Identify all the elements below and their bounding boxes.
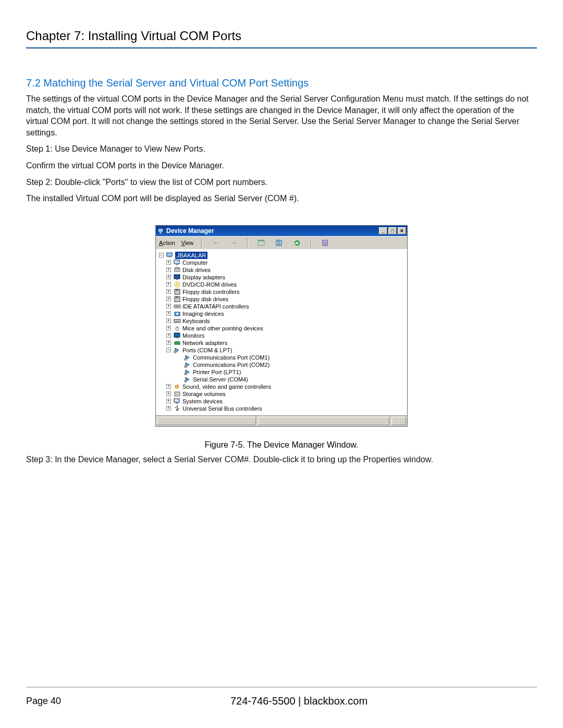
svg-rect-6 (167, 253, 172, 256)
svg-rect-7 (168, 257, 171, 258)
node-label: Keyboards (182, 317, 210, 325)
floppy-icon (174, 296, 181, 302)
tree-node[interactable]: +Sound, video and game controllers (157, 383, 406, 390)
page-number: Page 40 (26, 696, 61, 707)
close-button[interactable]: ✕ (398, 227, 406, 235)
expander-icon[interactable]: + (166, 318, 171, 323)
section-title: 7.2 Matching the Serial Server and Virtu… (26, 77, 537, 89)
expander-icon[interactable]: + (166, 304, 171, 309)
tree-node[interactable]: +Disk drives (157, 266, 406, 274)
port-icon (184, 369, 191, 375)
tree-node[interactable]: +Imaging devices (157, 310, 406, 317)
svg-rect-3 (258, 240, 264, 241)
expander-icon[interactable]: + (166, 311, 171, 316)
tree-node[interactable]: +Display adapters (157, 274, 406, 281)
maximize-button[interactable]: □ (388, 227, 397, 235)
tree-child-node[interactable]: Communications Port (COM2) (157, 361, 406, 368)
svg-rect-31 (185, 373, 187, 375)
monitor-icon (174, 332, 181, 339)
expander-icon[interactable]: + (166, 406, 171, 411)
node-label: Network adapters (182, 339, 227, 347)
node-label: Sound, video and game controllers (182, 383, 271, 390)
tree-node[interactable]: +Computer (157, 259, 406, 266)
display-icon (174, 274, 181, 280)
footer-rule (26, 687, 537, 687)
tree-node[interactable]: +Keyboards (157, 317, 406, 325)
expander-icon[interactable]: + (166, 384, 171, 389)
tree-node[interactable]: +IDE ATA/ATAPI controllers (157, 303, 406, 310)
system-icon (174, 398, 181, 404)
svg-rect-27 (175, 342, 180, 344)
tree-node[interactable]: +Network adapters (157, 339, 406, 347)
toolbar-scan-icon[interactable] (274, 238, 285, 248)
tree-node[interactable]: +Floppy disk drives (157, 295, 406, 303)
node-label: Display adapters (182, 274, 225, 281)
svg-rect-25 (174, 333, 180, 337)
expander-icon[interactable]: + (166, 399, 171, 403)
tree-node[interactable]: +Monitors (157, 332, 406, 339)
expander-icon[interactable]: + (166, 289, 171, 294)
storage-icon (174, 391, 181, 397)
expander-icon[interactable]: + (166, 326, 171, 330)
body-paragraph: The settings of the virtual COM ports in… (26, 93, 537, 138)
tree-node[interactable]: −Ports (COM & LPT) (157, 347, 406, 354)
window-titlebar: Device Manager _ □ ✕ (156, 226, 407, 236)
svg-rect-13 (176, 279, 178, 280)
port-icon (174, 347, 181, 353)
svg-rect-8 (174, 260, 179, 264)
chapter-title: Chapter 7: Installing Virtual COM Ports (26, 29, 537, 43)
port-icon (184, 376, 191, 382)
expander-icon[interactable]: − (166, 348, 171, 352)
root-label[interactable]: JBAKALAR (175, 252, 207, 259)
minimize-button[interactable]: _ (379, 227, 387, 235)
expander-icon[interactable]: + (166, 260, 171, 265)
device-tree[interactable]: − JBAKALAR +Computer+Disk drives+Display… (156, 249, 407, 415)
sound-icon (174, 384, 181, 390)
device-manager-window: Device Manager _ □ ✕ Action View ← → (155, 225, 408, 427)
footer-contact: 724-746-5500 | blackbox.com (61, 695, 537, 707)
expander-icon[interactable]: + (166, 297, 171, 301)
tree-node[interactable]: +Universal Serial Bus controllers (157, 405, 406, 412)
expander-icon[interactable]: + (166, 333, 171, 338)
port-icon (184, 362, 191, 368)
keyboard-icon (174, 318, 181, 324)
toolbar-uninstall-icon[interactable] (320, 238, 331, 248)
tree-node[interactable]: +System devices (157, 398, 406, 405)
node-label: Floppy disk drives (182, 295, 228, 303)
tree-node[interactable]: +Floppy disk controllers (157, 288, 406, 295)
toolbar-refresh-icon[interactable] (291, 238, 303, 248)
node-label: Storage volumes (182, 390, 226, 398)
svg-rect-12 (174, 275, 180, 279)
tree-child-node[interactable]: Communications Port (COM1) (157, 354, 406, 361)
tree-child-node[interactable]: Printer Port (LPT1) (157, 368, 406, 376)
cd-icon (174, 281, 181, 288)
svg-rect-23 (174, 319, 180, 323)
expander-icon[interactable]: + (166, 391, 171, 396)
toolbar-forward-icon[interactable]: → (228, 238, 239, 248)
svg-rect-0 (158, 228, 163, 232)
tree-node[interactable]: +Storage volumes (157, 390, 406, 398)
svg-rect-34 (174, 399, 179, 402)
expander-icon[interactable]: + (166, 282, 171, 287)
menu-view[interactable]: View (181, 240, 194, 246)
expander-icon[interactable]: + (166, 340, 171, 345)
tree-node[interactable]: +DVD/CD-ROM drives (157, 281, 406, 288)
step-2: Step 2: Double-click "Ports" to view the… (26, 177, 537, 188)
device-manager-icon (157, 227, 164, 235)
tree-node[interactable]: +Mice and other pointing devices (157, 325, 406, 332)
expander-icon[interactable]: − (159, 253, 164, 257)
node-label: Monitors (182, 332, 204, 339)
tree-child-node[interactable]: Serial Server (COM4) (157, 376, 406, 383)
window-title: Device Manager (166, 227, 214, 235)
menu-action[interactable]: Action (159, 240, 175, 246)
expander-icon[interactable]: + (166, 275, 171, 279)
toolbar-properties-icon[interactable] (256, 238, 267, 248)
step-1: Step 1: Use Device Manager to View New P… (26, 143, 537, 155)
node-label: Universal Serial Bus controllers (182, 405, 262, 412)
ide-icon (174, 303, 181, 310)
toolbar-back-icon[interactable]: ← (210, 238, 222, 248)
svg-point-22 (176, 313, 178, 315)
node-label: Disk drives (182, 266, 211, 274)
svg-rect-29 (185, 359, 187, 360)
expander-icon[interactable]: + (166, 267, 171, 272)
